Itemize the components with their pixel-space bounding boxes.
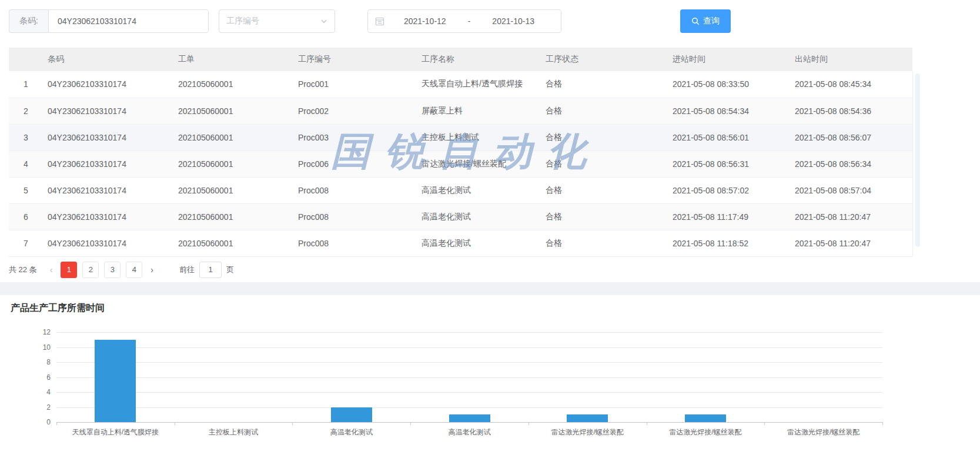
chart-gridline <box>56 362 882 363</box>
goto-suffix: 页 <box>226 265 234 275</box>
cell-work-order: 202105060001 <box>170 71 290 98</box>
date-range-picker[interactable]: 2021-10-12 - 2021-10-13 <box>367 9 561 33</box>
col-in-time: 进站时间 <box>664 48 787 71</box>
page-button-1[interactable]: 1 <box>61 262 77 278</box>
cell-out-time: 2021-05-08 08:54:36 <box>787 98 912 124</box>
cell-work-order: 202105060001 <box>170 203 290 230</box>
cell-process-name: 雷达激光焊接/螺丝装配 <box>413 150 537 177</box>
process-number-select[interactable]: 工序编号 <box>219 9 335 33</box>
table-row[interactable]: 404Y23062103310174202105060001Proc006雷达激… <box>9 150 912 177</box>
table-scrollbar-thumb[interactable] <box>915 73 920 247</box>
x-axis-tick <box>410 422 411 425</box>
chart-bar <box>95 340 136 422</box>
cell-index: 7 <box>9 230 39 256</box>
chart-gridline <box>56 392 882 393</box>
goto-label: 前往 <box>179 265 195 275</box>
cell-in-time: 2021-05-08 08:57:02 <box>664 177 787 203</box>
cell-status: 合格 <box>537 124 664 150</box>
search-button-label: 查询 <box>703 16 720 26</box>
cell-index: 2 <box>9 98 39 124</box>
pager-pages: 1234 <box>61 262 142 278</box>
calendar-icon <box>375 16 384 26</box>
chevron-down-icon <box>320 18 327 25</box>
date-end-value[interactable]: 2021-10-13 <box>473 16 554 26</box>
x-axis-tick <box>647 422 647 425</box>
barcode-label: 条码: <box>9 9 48 33</box>
cell-work-order: 202105060001 <box>170 98 290 124</box>
cell-out-time: 2021-05-08 11:20:47 <box>787 230 912 256</box>
cell-in-time: 2021-05-08 08:33:50 <box>664 71 787 98</box>
cell-out-time: 2021-05-08 11:20:47 <box>787 203 912 230</box>
cell-work-order: 202105060001 <box>170 150 290 177</box>
cell-work-order: 202105060001 <box>170 177 290 203</box>
table-body: 104Y23062103310174202105060001Proc001天线罩… <box>9 71 912 256</box>
prev-page-button[interactable]: ‹ <box>45 262 58 278</box>
chart-title: 产品生产工序所需时间 <box>11 302 969 315</box>
pagination-total: 共 22 条 <box>9 265 37 275</box>
page-button-2[interactable]: 2 <box>82 262 99 278</box>
x-axis-tick <box>56 422 57 425</box>
date-start-value[interactable]: 2021-10-12 <box>384 16 466 26</box>
cell-barcode: 04Y23062103310174 <box>39 177 170 203</box>
table-row[interactable]: 304Y23062103310174202105060001Proc003主控板… <box>9 124 912 150</box>
page-button-3[interactable]: 3 <box>104 262 121 278</box>
cell-status: 合格 <box>537 150 664 177</box>
cell-barcode: 04Y23062103310174 <box>39 98 170 124</box>
table-header: 条码 工单 工序编号 工序名称 工序状态 进站时间 出站时间 <box>9 48 912 71</box>
cell-status: 合格 <box>537 98 664 124</box>
barcode-field-group: 条码: <box>9 9 209 33</box>
x-axis-category-label: 天线罩自动上料/透气膜焊接 <box>72 427 159 437</box>
goto-page-input[interactable] <box>199 262 222 278</box>
cell-process-no: Proc008 <box>290 203 413 230</box>
page-button-4[interactable]: 4 <box>126 262 142 278</box>
cell-in-time: 2021-05-08 11:17:49 <box>664 203 787 230</box>
cell-out-time: 2021-05-08 08:57:04 <box>787 177 912 203</box>
process-time-chart: 024681012天线罩自动上料/透气膜焊接主控板上料测试高温老化测试高温老化测… <box>11 329 969 446</box>
date-range-separator: - <box>466 16 473 26</box>
cell-out-time: 2021-05-08 08:56:34 <box>787 150 912 177</box>
search-button[interactable]: 查询 <box>680 9 731 33</box>
col-process-name: 工序名称 <box>413 48 537 71</box>
x-axis-category-label: 主控板上料测试 <box>209 427 258 437</box>
col-index <box>9 48 39 71</box>
search-icon <box>691 17 700 25</box>
cell-process-no: Proc008 <box>290 177 413 203</box>
x-axis-category-label: 雷达激光焊接/螺丝装配 <box>551 427 624 437</box>
cell-index: 3 <box>9 124 39 150</box>
y-axis-tick-label: 0 <box>46 418 51 426</box>
cell-in-time: 2021-05-08 08:56:31 <box>664 150 787 177</box>
y-axis-tick-label: 4 <box>46 388 51 396</box>
cell-barcode: 04Y23062103310174 <box>39 71 170 98</box>
query-result-panel: 条码: 工序编号 2021-10-12 - 2021-10-13 <box>0 0 980 282</box>
col-work-order: 工单 <box>170 48 290 71</box>
cell-status: 合格 <box>537 177 664 203</box>
cell-in-time: 2021-05-08 11:18:52 <box>664 230 787 256</box>
cell-process-name: 屏蔽罩上料 <box>413 98 537 124</box>
chart-gridline <box>56 332 882 333</box>
cell-process-name: 主控板上料测试 <box>413 124 537 150</box>
next-page-button[interactable]: › <box>146 262 158 278</box>
y-axis-tick-label: 10 <box>43 343 51 352</box>
chart-gridline <box>56 407 882 408</box>
table-row[interactable]: 704Y23062103310174202105060001Proc008高温老… <box>9 230 912 256</box>
filter-bar: 条码: 工序编号 2021-10-12 - 2021-10-13 <box>9 9 971 34</box>
chart-bar <box>331 407 372 423</box>
chart-panel: 产品生产工序所需时间 024681012天线罩自动上料/透气膜焊接主控板上料测试… <box>0 295 980 475</box>
x-axis-tick <box>764 422 765 425</box>
cell-out-time: 2021-05-08 08:45:34 <box>787 71 912 98</box>
col-out-time: 出站时间 <box>787 48 912 71</box>
cell-barcode: 04Y23062103310174 <box>39 230 170 256</box>
table-row[interactable]: 604Y23062103310174202105060001Proc008高温老… <box>9 203 912 230</box>
chart-plot: 024681012天线罩自动上料/透气膜焊接主控板上料测试高温老化测试高温老化测… <box>56 332 882 422</box>
barcode-input[interactable] <box>48 9 209 33</box>
col-process-no: 工序编号 <box>290 48 413 71</box>
cell-index: 5 <box>9 177 39 203</box>
chart-bar <box>449 414 490 422</box>
x-axis-category-label: 雷达激光焊接/螺丝装配 <box>669 427 741 437</box>
table-row[interactable]: 504Y23062103310174202105060001Proc008高温老… <box>9 177 912 203</box>
x-axis-tick <box>175 422 175 425</box>
table-row[interactable]: 104Y23062103310174202105060001Proc001天线罩… <box>9 71 912 98</box>
cell-process-name: 高温老化测试 <box>413 230 537 256</box>
cell-barcode: 04Y23062103310174 <box>39 150 170 177</box>
table-row[interactable]: 204Y23062103310174202105060001Proc002屏蔽罩… <box>9 98 912 124</box>
